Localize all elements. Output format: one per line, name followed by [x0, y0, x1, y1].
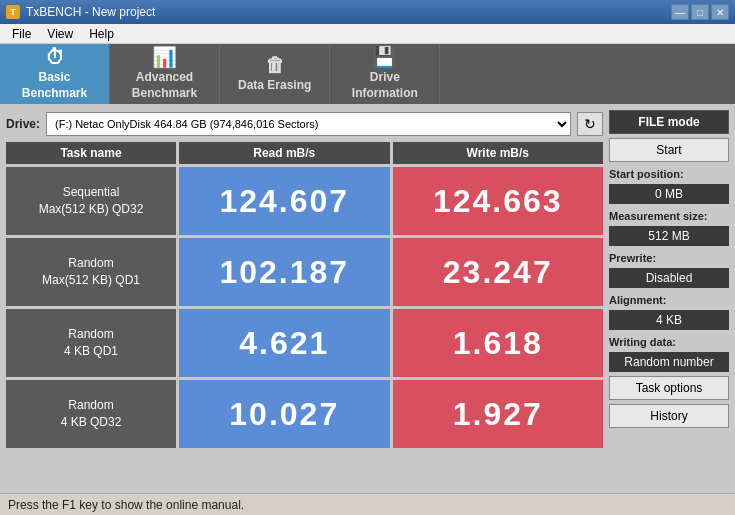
basic-benchmark-icon: ⏱ — [45, 47, 65, 67]
table-row: Random4 KB QD1 4.621 1.618 — [6, 309, 603, 377]
prewrite-value: Disabled — [609, 268, 729, 288]
read-value-1: 102.187 — [179, 238, 390, 306]
title-bar-left: T TxBENCH - New project — [6, 5, 155, 19]
write-value-0: 124.663 — [393, 167, 604, 235]
measurement-size-value: 512 MB — [609, 226, 729, 246]
data-erasing-icon: 🗑 — [265, 55, 285, 75]
right-panel: FILE mode Start Start position: 0 MB Mea… — [609, 110, 729, 487]
table-row: Random4 KB QD32 10.027 1.927 — [6, 380, 603, 448]
read-value-2: 4.621 — [179, 309, 390, 377]
table-header: Task name Read mB/s Write mB/s — [6, 142, 603, 164]
close-button[interactable]: ✕ — [711, 4, 729, 20]
toolbar: ⏱ BasicBenchmark 📊 AdvancedBenchmark 🗑 D… — [0, 44, 735, 104]
toolbar-basic-label: BasicBenchmark — [22, 70, 87, 101]
drive-label: Drive: — [6, 117, 40, 131]
toolbar-advanced-label: AdvancedBenchmark — [132, 70, 197, 101]
header-task-name: Task name — [6, 142, 176, 164]
start-position-label: Start position: — [609, 168, 729, 180]
row-label-3: Random4 KB QD32 — [6, 380, 176, 448]
alignment-value: 4 KB — [609, 310, 729, 330]
history-button[interactable]: History — [609, 404, 729, 428]
header-read: Read mB/s — [179, 142, 390, 164]
toolbar-advanced-benchmark[interactable]: 📊 AdvancedBenchmark — [110, 44, 220, 104]
status-bar: Press the F1 key to show the online manu… — [0, 493, 735, 515]
drive-information-icon: 💾 — [372, 47, 397, 67]
prewrite-label: Prewrite: — [609, 252, 729, 264]
read-value-3: 10.027 — [179, 380, 390, 448]
toolbar-erasing-label: Data Erasing — [238, 78, 311, 94]
start-position-value: 0 MB — [609, 184, 729, 204]
alignment-label: Alignment: — [609, 294, 729, 306]
toolbar-drive-label: DriveInformation — [352, 70, 418, 101]
writing-data-label: Writing data: — [609, 336, 729, 348]
title-text: TxBENCH - New project — [26, 5, 155, 19]
menu-bar: File View Help — [0, 24, 735, 44]
header-write: Write mB/s — [393, 142, 604, 164]
drive-refresh-button[interactable]: ↻ — [577, 112, 603, 136]
title-bar-controls[interactable]: — □ ✕ — [671, 4, 729, 20]
maximize-button[interactable]: □ — [691, 4, 709, 20]
write-value-3: 1.927 — [393, 380, 604, 448]
row-label-1: RandomMax(512 KB) QD1 — [6, 238, 176, 306]
row-label-0: SequentialMax(512 KB) QD32 — [6, 167, 176, 235]
toolbar-data-erasing[interactable]: 🗑 Data Erasing — [220, 44, 330, 104]
task-options-button[interactable]: Task options — [609, 376, 729, 400]
read-value-0: 124.607 — [179, 167, 390, 235]
minimize-button[interactable]: — — [671, 4, 689, 20]
main-panel: Drive: (F:) Netac OnlyDisk 464.84 GB (97… — [6, 110, 603, 487]
measurement-size-label: Measurement size: — [609, 210, 729, 222]
write-value-1: 23.247 — [393, 238, 604, 306]
menu-help[interactable]: Help — [81, 25, 122, 43]
advanced-benchmark-icon: 📊 — [152, 47, 177, 67]
title-bar: T TxBENCH - New project — □ ✕ — [0, 0, 735, 24]
app-icon: T — [6, 5, 20, 19]
drive-bar: Drive: (F:) Netac OnlyDisk 464.84 GB (97… — [6, 110, 603, 138]
toolbar-basic-benchmark[interactable]: ⏱ BasicBenchmark — [0, 44, 110, 104]
start-button[interactable]: Start — [609, 138, 729, 162]
drive-select[interactable]: (F:) Netac OnlyDisk 464.84 GB (974,846,0… — [46, 112, 571, 136]
writing-data-value: Random number — [609, 352, 729, 372]
write-value-2: 1.618 — [393, 309, 604, 377]
table-row: RandomMax(512 KB) QD1 102.187 23.247 — [6, 238, 603, 306]
bench-table: Task name Read mB/s Write mB/s Sequentia… — [6, 142, 603, 487]
menu-file[interactable]: File — [4, 25, 39, 43]
toolbar-drive-information[interactable]: 💾 DriveInformation — [330, 44, 440, 104]
content-area: Drive: (F:) Netac OnlyDisk 464.84 GB (97… — [0, 104, 735, 493]
table-row: SequentialMax(512 KB) QD32 124.607 124.6… — [6, 167, 603, 235]
file-mode-button[interactable]: FILE mode — [609, 110, 729, 134]
menu-view[interactable]: View — [39, 25, 81, 43]
row-label-2: Random4 KB QD1 — [6, 309, 176, 377]
status-text: Press the F1 key to show the online manu… — [8, 498, 244, 512]
